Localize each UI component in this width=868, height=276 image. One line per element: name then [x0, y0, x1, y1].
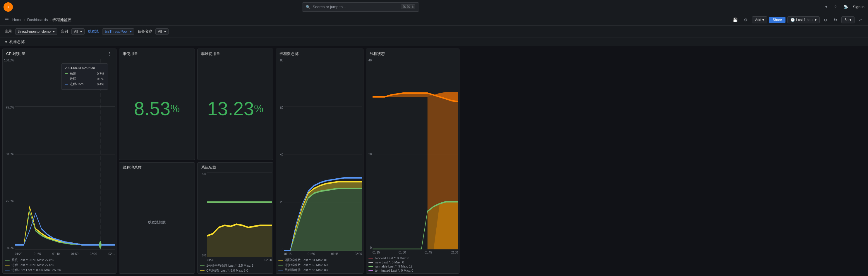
sysload-y-axis: 5.0 0.0	[197, 172, 207, 257]
toolbar-right: 💾 ⚙ Add▾ Share 🕐 Last 1 hour ▾ ⊖ ↻ 5s ▾ …	[730, 16, 865, 23]
section-header-machines[interactable]: ∨ 机器总览	[0, 37, 868, 46]
ts-y-axis: 40 20 0	[366, 59, 373, 249]
thread-pool-subtitle: 线程池总数	[148, 220, 166, 225]
y-label-25: 25.0%	[3, 200, 15, 203]
hamburger-icon[interactable]: ☰	[3, 16, 10, 24]
thread-overview-title: 线程数总览	[279, 51, 299, 57]
heap-value: 8.53%	[134, 58, 180, 160]
cpu-panel-menu[interactable]: ⋮	[106, 51, 113, 56]
thread-overview-x-axis: 01:15 01:30 01:45 02:00	[284, 252, 362, 255]
top-nav: 🔍 Search or jump to... ⌘⌘+k ⌘+k + ▾ ? 📡 …	[0, 0, 868, 14]
filter-app-select[interactable]: thread-monitor-demo▾	[15, 28, 57, 35]
ts-x-axis: 01:15 01:30 01:45 02:00	[373, 251, 458, 254]
add-panel-btn[interactable]: + ▾	[820, 3, 830, 10]
tov-y-40: 40	[276, 153, 284, 157]
tov-x-0115: 01:15	[284, 252, 291, 255]
filter-threadpool-select[interactable]: bizThreadPool▾	[102, 28, 134, 35]
cpu-tooltip: 2024-08-31 02:08:30 系统 0.7% 进程 0.5% 进程-1…	[61, 63, 108, 90]
cpu-legend: 系统 Last *: 0.6% Max: 27.8% 进程 Last *: 0.…	[3, 257, 116, 273]
sysload-panel-header: 系统负载	[197, 163, 273, 171]
section-collapse-icon: ∨	[5, 39, 8, 44]
tov-legend-daemon-text: 守护线程数 Last *: 69 Max: 69	[285, 263, 328, 267]
heap-column: 堆使用量 8.53% 线程池总数 线程池总数	[119, 48, 195, 274]
sign-in-btn[interactable]: Sign in	[853, 5, 865, 9]
toolbar: ☰ Home › Dashboards › 线程池监控 💾 ⚙ Add▾ Sha…	[0, 14, 868, 26]
dashboard: CPU使用量 ⋮ 100.0% 75.0% 50.0% 25.0% 0.0%	[0, 46, 868, 276]
tov-legend-active: 活跃线程数 Last *: 81 Max: 81	[278, 258, 361, 262]
ts-legend-terminated: terminated Last *: 0 Max: 0	[368, 269, 457, 272]
time-range-btn[interactable]: 🕐 Last 1 hour ▾	[787, 16, 820, 23]
thread-overview-content: 80 60 40 20 0	[276, 58, 363, 257]
refresh-interval-btn[interactable]: 5s ▾	[841, 16, 855, 23]
help-btn[interactable]: ?	[832, 3, 839, 10]
filter-taskname-select[interactable]: All▾	[155, 28, 168, 35]
filter-threadpool-label: 线程池	[88, 29, 99, 34]
y-label-50: 50.0%	[3, 152, 15, 156]
tooltip-label-1: 进程	[70, 77, 76, 81]
ts-y-40: 40	[366, 59, 373, 62]
search-bar[interactable]: 🔍 Search or jump to... ⌘⌘+k ⌘+k	[302, 2, 419, 12]
legend-process15m-label: 进程-15m Last *: 0.4% Max: 25.6%	[11, 268, 61, 272]
notifications-btn[interactable]: 📡	[841, 3, 850, 10]
thread-overview-svg	[284, 59, 362, 251]
filter-instance-select[interactable]: All▾	[71, 28, 85, 35]
y-label-0: 0.0%	[3, 246, 15, 250]
settings-btn[interactable]: ⚙	[742, 16, 750, 23]
search-shortcut: ⌘⌘+k ⌘+k	[401, 4, 415, 9]
thread-overview-legend: 活跃线程数 Last *: 81 Max: 81 守护线程数 Last *: 6…	[276, 257, 363, 273]
expand-btn[interactable]: ⤢	[856, 16, 865, 23]
tov-x-0145: 01:45	[331, 252, 339, 255]
sysload-legend-avg-text: 1分钟平均负载 Last *: 2.5 Max: 3	[206, 264, 253, 268]
save-btn[interactable]: 💾	[730, 16, 740, 23]
tov-legend-daemon: 守护线程数 Last *: 69 Max: 69	[278, 263, 361, 267]
ts-legend-new-text: new Last *: 0 Max: 0	[375, 261, 404, 264]
nonheap-panel-title: 非堆使用量	[201, 51, 220, 57]
tov-y-60: 60	[276, 106, 284, 109]
breadcrumb-sep1: ›	[24, 18, 26, 22]
cpu-panel-header: CPU使用量 ⋮	[3, 49, 116, 58]
cpu-panel-content: 100.0% 75.0% 50.0% 25.0% 0.0%	[3, 58, 116, 257]
tov-y-0: 0	[276, 248, 284, 251]
search-text: Search or jump to...	[313, 5, 346, 9]
svg-point-2	[8, 6, 9, 8]
tov-y-20: 20	[276, 201, 284, 204]
breadcrumb-dashboards[interactable]: Dashboards	[27, 18, 48, 22]
heap-panel-header: 堆使用量	[119, 49, 195, 58]
filter-instance-label: 实例	[61, 29, 68, 34]
ts-legend-terminated-text: terminated Last *: 0 Max: 0	[375, 269, 413, 272]
thread-status-title: 线程状态	[370, 51, 385, 57]
tooltip-timestamp: 2024-08-31 02:08:30	[65, 66, 104, 70]
refresh-btn[interactable]: ↻	[831, 16, 840, 23]
cpu-panel-title: CPU使用量	[6, 51, 26, 57]
section-title: 机器总览	[9, 39, 25, 44]
cpu-x-axis: 01:20 01:30 01:40 01:50 02:00 02:...	[15, 252, 115, 255]
sysload-x-0200: 02:00	[265, 258, 272, 262]
tov-y-80: 80	[276, 59, 284, 62]
thread-overview-header: 线程数总览	[276, 49, 363, 58]
y-label-75: 75.0%	[3, 106, 15, 109]
thread-status-header: 线程状态	[366, 49, 459, 58]
sysload-content: 5.0 0.0 01:30 02:00	[197, 171, 273, 262]
nonheap-column: 非堆使用量 13.23% 系统负载 5.0 0.0	[197, 48, 273, 274]
nonheap-panel: 非堆使用量 13.23%	[197, 48, 273, 160]
thread-status-content: 40 20 0 01:15 01:30	[366, 58, 459, 255]
tov-legend-peak: 线程数峰值 Last *: 83 Max: 83	[278, 268, 361, 272]
tooltip-row-2: 进程-15m 0.4%	[65, 82, 104, 86]
zoom-out-btn[interactable]: ⊖	[822, 16, 830, 23]
ts-legend-runnable: runnable Last *: 9 Max: 12	[368, 265, 457, 268]
share-btn[interactable]: Share	[769, 17, 785, 23]
breadcrumb-current: 线程池监控	[52, 17, 71, 23]
cpu-panel: CPU使用量 ⋮ 100.0% 75.0% 50.0% 25.0% 0.0%	[2, 48, 117, 274]
filter-taskname-label: 任务名称	[138, 29, 152, 34]
x-label-02more: 02:...	[108, 252, 115, 255]
ts-x-0145: 01:45	[425, 251, 432, 254]
ts-legend-blocked: blocked Last *: 0 Max: 0	[368, 256, 457, 260]
breadcrumb-home[interactable]: Home	[12, 18, 23, 22]
ts-x-0130: 01:30	[399, 251, 406, 254]
svg-marker-18	[284, 188, 362, 251]
add-dropdown-btn[interactable]: Add▾	[752, 16, 767, 23]
tooltip-value-2: 0.4%	[97, 82, 104, 86]
thread-status-svg	[373, 59, 458, 249]
svg-marker-24	[373, 202, 458, 249]
heap-unit: %	[170, 103, 180, 115]
